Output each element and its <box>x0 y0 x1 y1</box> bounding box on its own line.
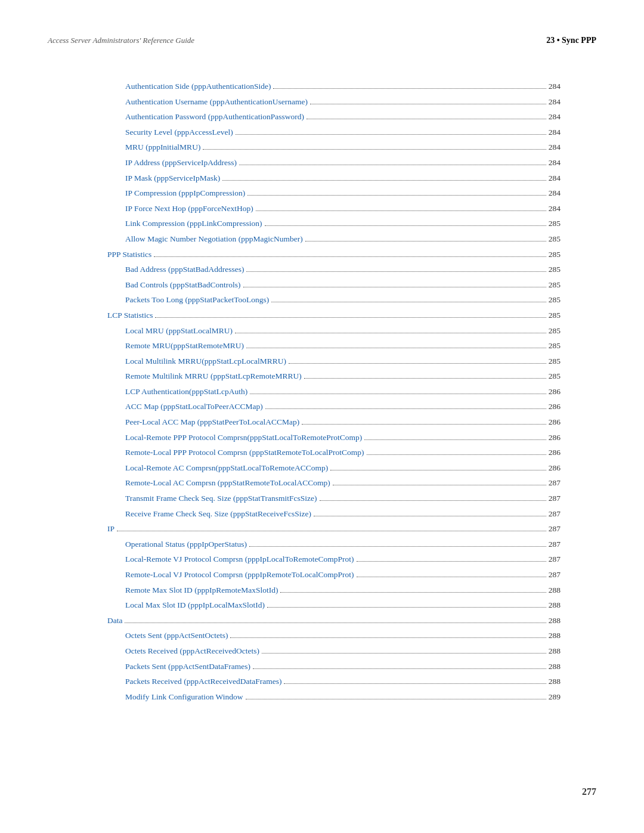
toc-entry: Packets Sent (pppActSentDataFrames)288 <box>107 660 561 673</box>
toc-page-number: 285 <box>549 293 561 306</box>
toc-entry: Operational Status (pppIpOperStatus)287 <box>107 538 561 551</box>
toc-entry-text[interactable]: Authentication Password (pppAuthenticati… <box>125 110 304 123</box>
toc-entry: Link Compression (pppLinkCompression)285 <box>107 217 561 230</box>
toc-dots <box>273 88 546 89</box>
toc-entry: Authentication Username (pppAuthenticati… <box>107 95 561 109</box>
toc-page-number: 285 <box>549 355 561 368</box>
toc-entry-text[interactable]: Allow Magic Number Negotiation (pppMagic… <box>125 233 303 246</box>
toc-page-number: 284 <box>549 172 561 185</box>
toc-page-number: 286 <box>549 462 561 475</box>
toc-entry-text[interactable]: Link Compression (pppLinkCompression) <box>125 217 262 230</box>
toc-entry: Remote-Local AC Comprsn (pppStatRemoteTo… <box>107 476 561 490</box>
toc-entry-text[interactable]: Packets Received (pppActReceivedDataFram… <box>125 675 281 688</box>
toc-page-number: 285 <box>549 217 561 230</box>
toc-entry-text[interactable]: ACC Map (pppStatLocalToPeerACCMap) <box>125 400 263 413</box>
toc-entry-text[interactable]: Operational Status (pppIpOperStatus) <box>125 538 247 551</box>
toc-dots <box>235 333 546 333</box>
toc-entry-text[interactable]: Modify Link Configuration Window <box>125 690 243 704</box>
toc-entry-text[interactable]: PPP Statistics <box>107 248 151 261</box>
toc-entry: Local MRU (pppStatLocalMRU)285 <box>107 324 561 337</box>
toc-dots <box>239 165 546 165</box>
toc-entry-text[interactable]: IP <box>107 522 114 535</box>
toc-entry-text[interactable]: Peer-Local ACC Map (pppStatPeerToLocalAC… <box>125 416 299 429</box>
toc-page-number: 284 <box>549 202 561 215</box>
toc-entry-text[interactable]: Remote-Local AC Comprsn (pppStatRemoteTo… <box>125 476 330 490</box>
toc-dots <box>284 683 546 684</box>
toc-entry-text[interactable]: MRU (pppInitialMRU) <box>125 141 200 154</box>
toc-entry-text[interactable]: Transmit Frame Check Seq. Size (pppStatT… <box>125 492 317 505</box>
toc-entry: ACC Map (pppStatLocalToPeerACCMap)286 <box>107 400 561 413</box>
toc-entry: Remote Multilink MRRU (pppStatLcpRemoteM… <box>107 370 561 383</box>
toc-entry-text[interactable]: Local Max Slot ID (pppIpLocalMaxSlotId) <box>125 599 265 612</box>
toc-page-number: 285 <box>549 339 561 352</box>
toc-entry-text[interactable]: Authentication Side (pppAuthenticationSi… <box>125 80 271 93</box>
toc-entry-text[interactable]: Remote-Local VJ Protocol Comprsn (pppIpR… <box>125 568 354 581</box>
toc-page-number: 287 <box>549 492 561 505</box>
toc-entry-text[interactable]: Packets Too Long (pppStatPacketTooLongs) <box>125 293 269 306</box>
toc-dots <box>253 668 546 669</box>
toc-dots <box>243 287 546 287</box>
toc-entry-text[interactable]: Bad Controls (pppStatBadControls) <box>125 278 241 292</box>
toc-entry-text[interactable]: LCP Authentication(pppStatLcpAuth) <box>125 385 247 398</box>
toc-entry-text[interactable]: Bad Address (pppStatBadAddresses) <box>125 263 244 276</box>
toc-page-number: 288 <box>549 645 561 658</box>
toc-entry-text[interactable]: Local Multilink MRRU(pppStatLcpLocalMRRU… <box>125 355 286 368</box>
header-right-text: 23 • Sync PPP <box>546 36 596 45</box>
toc-dots <box>246 348 546 348</box>
toc-entry-text[interactable]: IP Address (pppServiceIpAddress) <box>125 156 237 169</box>
toc-page-number: 287 <box>549 522 561 535</box>
toc-entry-text[interactable]: Local MRU (pppStatLocalMRU) <box>125 324 233 337</box>
toc-entry: Remote-Local VJ Protocol Comprsn (pppIpR… <box>107 568 561 581</box>
toc-entry-text[interactable]: Remote Max Slot ID (pppIpRemoteMaxSlotId… <box>125 584 278 597</box>
toc-page-number: 286 <box>549 400 561 413</box>
toc-entry-text[interactable]: Octets Sent (pppActSentOctets) <box>125 629 228 642</box>
toc-entry-text[interactable]: Receive Frame Check Seq. Size (pppStatRe… <box>125 507 311 521</box>
toc-entry: LCP Authentication(pppStatLcpAuth)286 <box>107 385 561 398</box>
toc-entry-text[interactable]: Local-Remote PPP Protocol Comprsn(pppSta… <box>125 431 362 444</box>
toc-dots <box>265 408 546 409</box>
toc-dots <box>267 607 546 608</box>
toc-entry: Local-Remote PPP Protocol Comprsn(pppSta… <box>107 431 561 444</box>
toc-entry: IP Mask (pppServiceIpMask)284 <box>107 172 561 185</box>
toc-entry-text[interactable]: IP Compression (pppIpCompression) <box>125 187 245 200</box>
toc-page-number: 287 <box>549 476 561 490</box>
toc-dots <box>230 637 546 638</box>
toc-entry: Remote-Local PPP Protocol Comprsn (pppSt… <box>107 446 561 459</box>
toc-entry-text[interactable]: Remote MRU(pppStatRemoteMRU) <box>125 339 244 352</box>
toc-dots <box>117 531 546 531</box>
toc-entry-text[interactable]: IP Mask (pppServiceIpMask) <box>125 172 220 185</box>
toc-page-number: 286 <box>549 416 561 429</box>
toc-page-number: 287 <box>549 568 561 581</box>
toc-page-number: 288 <box>549 629 561 642</box>
header-left-text: Access Server Administrators' Reference … <box>48 36 194 45</box>
toc-entry-text[interactable]: Octets Received (pppActReceivedOctets) <box>125 645 259 658</box>
toc-entry: IP287 <box>107 522 561 535</box>
toc-entry: Remote Max Slot ID (pppIpRemoteMaxSlotId… <box>107 584 561 597</box>
toc-entry-text[interactable]: Local-Remote AC Comprsn(pppStatLocalToRe… <box>125 462 328 475</box>
toc-dots <box>236 134 546 135</box>
toc-page-number: 284 <box>549 141 561 154</box>
toc-entry-text[interactable]: LCP Statistics <box>107 309 153 322</box>
toc-entry-text[interactable]: IP Force Next Hop (pppForceNextHop) <box>125 202 253 215</box>
toc-entry: Authentication Side (pppAuthenticationSi… <box>107 80 561 93</box>
toc-entry-text[interactable]: Data <box>107 614 122 627</box>
toc-entry: Allow Magic Number Negotiation (pppMagic… <box>107 233 561 246</box>
toc-dots <box>246 699 546 699</box>
toc-dots <box>306 119 546 119</box>
toc-entry: Local-Remote VJ Protocol Comprsn (pppIpL… <box>107 553 561 566</box>
toc-dots <box>125 623 546 623</box>
toc-entry-text[interactable]: Packets Sent (pppActSentDataFrames) <box>125 660 250 673</box>
toc-entry-text[interactable]: Remote Multilink MRRU (pppStatLcpRemoteM… <box>125 370 302 383</box>
toc-entry-text[interactable]: Security Level (pppAccessLevel) <box>125 126 233 139</box>
toc-entry-text[interactable]: Remote-Local PPP Protocol Comprsn (pppSt… <box>125 446 364 459</box>
toc-entry-text[interactable]: Local-Remote VJ Protocol Comprsn (pppIpL… <box>125 553 354 566</box>
toc-entry: Modify Link Configuration Window289 <box>107 690 561 704</box>
toc-dots <box>246 271 546 272</box>
toc-entry: Bad Address (pppStatBadAddresses)285 <box>107 263 561 276</box>
toc-dots <box>320 500 546 501</box>
toc-entry-text[interactable]: Authentication Username (pppAuthenticati… <box>125 95 308 109</box>
toc-page-number: 288 <box>549 660 561 673</box>
toc-page-number: 284 <box>549 156 561 169</box>
toc-entry: Local-Remote AC Comprsn(pppStatLocalToRe… <box>107 462 561 475</box>
toc-page-number: 285 <box>549 309 561 322</box>
